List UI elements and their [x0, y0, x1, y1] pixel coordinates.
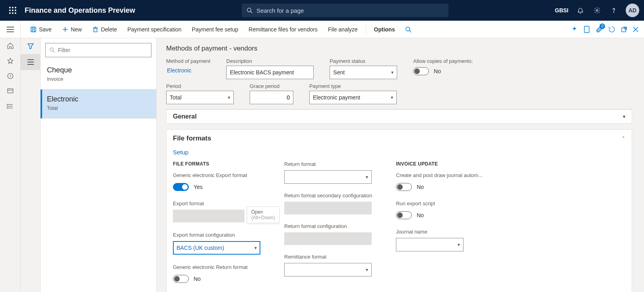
svg-point-4: [12, 10, 14, 11]
delete-button[interactable]: Delete: [88, 24, 121, 35]
svg-line-25: [409, 31, 411, 32]
file-analyze-button[interactable]: File analyze: [324, 24, 362, 35]
svg-rect-18: [32, 30, 35, 32]
svg-rect-21: [94, 28, 97, 32]
app-title: Finance and Operations Preview: [25, 6, 135, 15]
remittance-files-button[interactable]: Remittance files for vendors: [244, 24, 322, 35]
svg-line-28: [624, 27, 627, 29]
svg-point-2: [15, 7, 16, 8]
search-icon: [405, 26, 411, 33]
svg-point-3: [9, 10, 11, 11]
search-icon: [246, 7, 252, 14]
svg-point-24: [406, 27, 410, 31]
search-input[interactable]: [256, 7, 444, 14]
close-icon[interactable]: [633, 27, 638, 32]
svg-point-11: [596, 10, 598, 12]
attachments-badge: 0: [599, 23, 605, 29]
save-label: Save: [39, 26, 52, 33]
payment-specification-button[interactable]: Payment specification: [123, 24, 185, 35]
attachments-button[interactable]: 0: [596, 26, 603, 33]
new-button[interactable]: New: [58, 24, 86, 35]
popout-icon[interactable]: [621, 26, 627, 33]
help-icon[interactable]: [609, 6, 619, 15]
svg-rect-16: [31, 27, 36, 32]
company-code[interactable]: GBSI: [555, 7, 568, 14]
copilot-icon[interactable]: [571, 26, 578, 33]
svg-point-9: [247, 8, 251, 12]
svg-point-6: [9, 12, 11, 14]
gear-icon[interactable]: [592, 6, 602, 15]
svg-line-10: [250, 12, 252, 13]
svg-point-5: [15, 10, 16, 11]
save-icon: [30, 26, 37, 33]
new-label: New: [71, 26, 82, 33]
top-nav: Finance and Operations Preview GBSI AD: [0, 0, 644, 21]
svg-point-8: [15, 12, 16, 14]
separator: [366, 25, 366, 34]
search-bar[interactable]: [242, 4, 448, 17]
plus-icon: [62, 26, 68, 33]
svg-rect-26: [584, 26, 589, 33]
save-button[interactable]: Save: [26, 24, 56, 35]
svg-point-7: [12, 12, 14, 14]
trash-icon: [92, 26, 99, 33]
bell-icon[interactable]: [576, 6, 585, 15]
action-bar: Save New Delete Payment specification Pa…: [21, 21, 644, 38]
page-icon[interactable]: [584, 26, 590, 33]
avatar[interactable]: AD: [626, 4, 639, 17]
action-search-button[interactable]: [401, 24, 415, 35]
refresh-icon[interactable]: [608, 26, 615, 33]
svg-rect-17: [32, 27, 35, 29]
svg-point-12: [613, 12, 614, 12]
delete-label: Delete: [101, 26, 117, 33]
waffle-icon[interactable]: [5, 7, 21, 14]
svg-point-1: [12, 7, 14, 8]
hamburger-icon[interactable]: [0, 21, 21, 38]
options-button[interactable]: Options: [370, 24, 399, 35]
svg-point-0: [9, 7, 11, 8]
payment-fee-setup-button[interactable]: Payment fee setup: [188, 24, 242, 35]
